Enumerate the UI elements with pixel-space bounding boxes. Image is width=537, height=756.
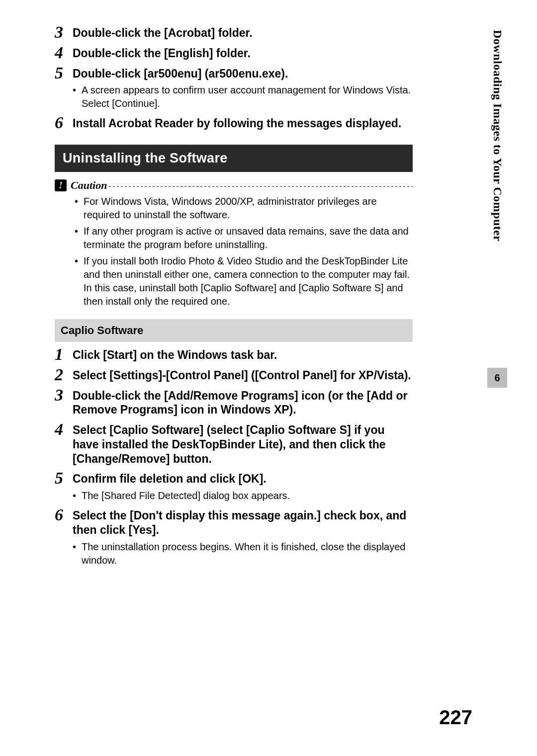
step: 4 Select [Caplio Software] (select [Capl… xyxy=(55,422,413,466)
caution-item: If you install both Irodio Photo & Video… xyxy=(75,254,413,308)
section-heading: Uninstalling the Software xyxy=(55,145,413,172)
step-body: Double-click the [Add/Remove Programs] i… xyxy=(73,388,413,418)
step-title: Click [Start] on the Windows task bar. xyxy=(73,348,413,362)
page-number: 227 xyxy=(439,706,472,729)
step: 6 Install Acrobat Reader by following th… xyxy=(55,115,413,131)
step-number: 4 xyxy=(55,422,69,437)
step-title: Select [Settings]-[Control Panel] ([Cont… xyxy=(73,368,413,383)
manual-page: Downloading Images to Your Computer 6 3 … xyxy=(0,0,537,756)
caution-icon: ! xyxy=(55,179,67,191)
step-number: 3 xyxy=(55,25,69,40)
step: 1 Click [Start] on the Windows task bar. xyxy=(55,347,413,362)
step-body: Double-click [ar500enu] (ar500enu.exe). … xyxy=(73,66,413,111)
step-title: Select [Caplio Software] (select [Caplio… xyxy=(73,423,413,466)
step-number: 1 xyxy=(55,347,69,362)
bullet-item: The uninstallation process begins. When … xyxy=(73,540,413,567)
step-number: 5 xyxy=(55,471,69,486)
bullet-item: A screen appears to confirm user account… xyxy=(73,84,413,110)
content-column: 3 Double-click the [Acrobat] folder. 4 D… xyxy=(55,25,413,567)
step-body: Install Acrobat Reader by following the … xyxy=(73,115,413,131)
bullet-item: The [Shared File Detected] dialog box ap… xyxy=(73,489,413,503)
step-body: Click [Start] on the Windows task bar. xyxy=(73,347,413,362)
sub-heading: Caplio Software xyxy=(55,319,413,342)
step-title: Double-click the [Add/Remove Programs] i… xyxy=(73,389,413,418)
step-title: Double-click the [Acrobat] folder. xyxy=(73,26,413,40)
step-title: Confirm file deletion and click [OK]. xyxy=(73,472,413,486)
step: 5 Confirm file deletion and click [OK]. … xyxy=(55,471,413,503)
step-number: 5 xyxy=(55,66,69,81)
step-title: Select the [Don't display this message a… xyxy=(73,508,413,537)
caution-list: For Windows Vista, Windows 2000/XP, admi… xyxy=(55,195,413,308)
step: 2 Select [Settings]-[Control Panel] ([Co… xyxy=(55,367,413,383)
step-body: Select the [Don't display this message a… xyxy=(73,507,413,567)
step-bullets: A screen appears to confirm user account… xyxy=(73,84,413,110)
caution-label: Caution xyxy=(71,179,107,192)
caution-item: If any other program is active or unsave… xyxy=(75,225,413,252)
chapter-badge: 6 xyxy=(487,368,507,388)
step-title: Double-click [ar500enu] (ar500enu.exe). xyxy=(73,67,413,81)
step-bullets: The [Shared File Detected] dialog box ap… xyxy=(73,489,413,503)
step: 3 Double-click the [Acrobat] folder. xyxy=(55,25,413,40)
step-title: Double-click the [English] folder. xyxy=(73,46,413,61)
step-number: 4 xyxy=(55,45,69,60)
caution-item: For Windows Vista, Windows 2000/XP, admi… xyxy=(75,195,413,222)
step-bullets: The uninstallation process begins. When … xyxy=(73,540,413,567)
step-number: 3 xyxy=(55,388,69,403)
step-body: Confirm file deletion and click [OK]. Th… xyxy=(73,471,413,503)
step-number: 6 xyxy=(55,507,69,522)
step-body: Select [Caplio Software] (select [Caplio… xyxy=(73,422,413,466)
step-number: 2 xyxy=(55,367,69,382)
step-body: Double-click the [English] folder. xyxy=(73,45,413,61)
section-title-vertical: Downloading Images to Your Computer xyxy=(491,30,504,242)
step: 4 Double-click the [English] folder. xyxy=(55,45,413,61)
caution-header: ! Caution xyxy=(55,179,413,192)
step-body: Double-click the [Acrobat] folder. xyxy=(73,25,413,40)
step: 6 Select the [Don't display this message… xyxy=(55,507,413,567)
caution-dash-line xyxy=(109,186,413,187)
step-body: Select [Settings]-[Control Panel] ([Cont… xyxy=(73,367,413,383)
step-title: Install Acrobat Reader by following the … xyxy=(73,116,413,131)
step-number: 6 xyxy=(55,115,69,130)
step: 5 Double-click [ar500enu] (ar500enu.exe)… xyxy=(55,66,413,111)
side-rail: Downloading Images to Your Computer 6 xyxy=(487,20,507,691)
step: 3 Double-click the [Add/Remove Programs]… xyxy=(55,388,413,418)
